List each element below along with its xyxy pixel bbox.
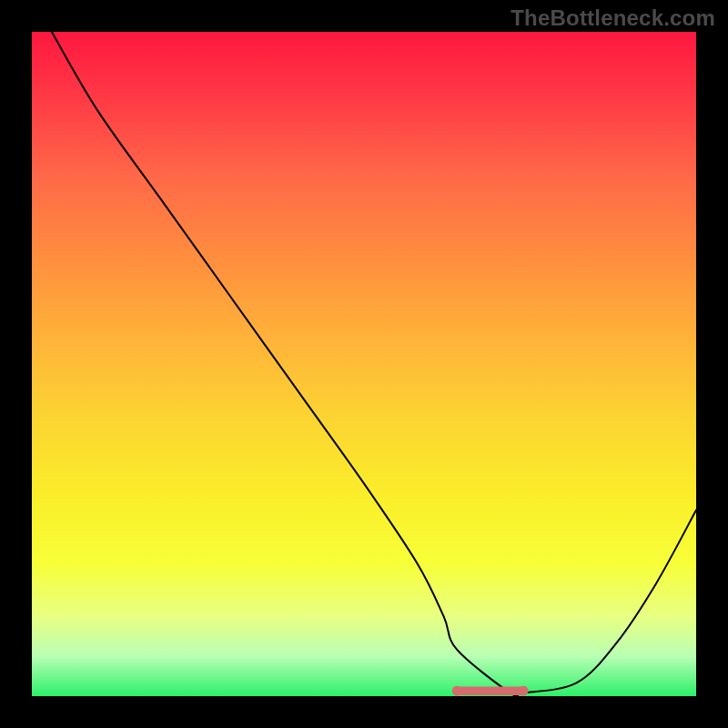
bottleneck-curve	[32, 32, 696, 696]
optimal-marker-right	[519, 686, 529, 696]
watermark-text: TheBottleneck.com	[511, 5, 715, 31]
chart-container: TheBottleneck.com	[0, 0, 728, 728]
curve-line	[52, 32, 696, 696]
plot-area	[32, 32, 696, 696]
optimal-marker-left	[452, 686, 462, 696]
